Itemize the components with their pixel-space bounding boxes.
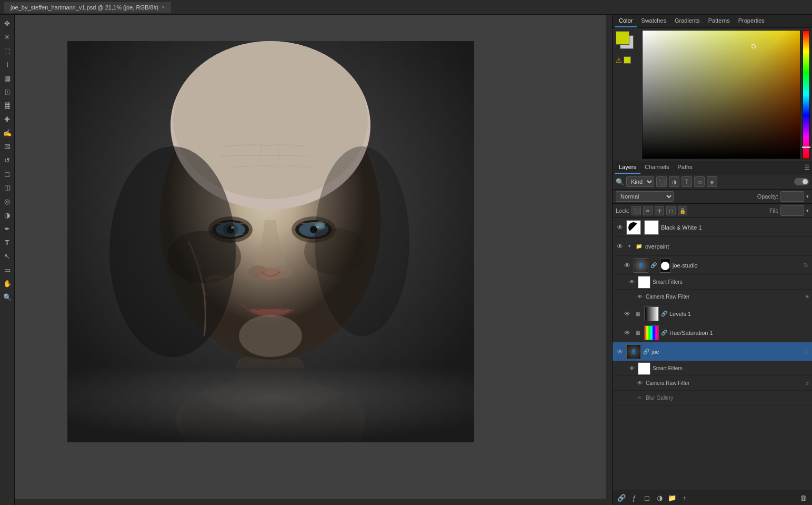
close-tab-button[interactable]: × [162,4,165,10]
layer-levels1[interactable]: 👁 ▦ 🔗 Levels 1 [613,304,812,323]
sublayer-sf1-visibility[interactable]: 👁 [628,279,636,286]
sublayer-cr1-visibility[interactable]: 👁 [636,293,644,301]
marquee-tool[interactable]: ⬚ [1,44,14,57]
tab-layers[interactable]: Layers [615,161,640,174]
opacity-input[interactable]: 100% [780,191,804,202]
layer-overpaint-collapse[interactable]: ▾ [626,243,633,250]
crop-tool[interactable]: ⍐ [1,85,14,98]
sublayer-cr1-settings[interactable]: ≡ [806,294,809,300]
layer-joe-chain: 🔗 [643,349,649,354]
color-panel-tabs: Color Swatches Gradients Patterns Proper… [613,15,812,28]
clone-tool[interactable]: ⚄ [1,140,14,153]
layer-levels1-visibility[interactable]: 👁 [623,310,631,318]
lock-all-btn[interactable]: 🔒 [678,206,687,215]
shape-tool[interactable]: ▭ [1,263,14,276]
eyedropper-tool[interactable]: 🛤 [1,99,14,112]
lasso-tool[interactable]: ⌇ [1,58,14,71]
filter-pixel-btn[interactable]: ⬛ [656,176,667,187]
layer-overpaint[interactable]: 👁 ▾ 📁 overpaint [613,237,812,256]
layer-joe-thumb: 👤 [626,344,641,359]
svg-point-25 [109,146,236,357]
layers-list[interactable]: 👁 Black & White 1 👁 ▾ 📁 overpaint � [613,218,812,490]
tab-properties[interactable]: Properties [734,15,769,27]
color-warnings: ⚠ [616,56,631,64]
filter-type-btn[interactable]: T [681,176,692,187]
fg-color-swatch[interactable] [616,31,629,45]
sublayer-bg-visibility[interactable]: 👁 [636,394,644,402]
gradient-tool[interactable]: ◫ [1,181,14,194]
fill-input[interactable]: 100% [780,205,804,216]
sublayer-cr2-visibility[interactable]: 👁 [636,380,644,387]
lock-pixels-btn[interactable]: ✏ [643,206,653,215]
tab-paths[interactable]: Paths [674,161,697,174]
add-link-btn[interactable]: 🔗 [616,492,627,503]
fg-bg-swatches[interactable] [616,31,639,54]
hue-slider[interactable] [803,30,810,159]
tab-gradients[interactable]: Gradients [670,15,704,27]
layer-joe-studio[interactable]: 👁 👤 🔗 joe-studio ↻ [613,256,812,275]
layer-bw1-thumb [626,220,641,235]
type-tool[interactable]: T [1,236,14,249]
blur-tool[interactable]: ◎ [1,195,14,207]
web-color-swatch[interactable] [624,56,631,64]
brush-tool[interactable]: ✍ [1,126,14,139]
canvas-area[interactable] [15,15,612,505]
tab-patterns[interactable]: Patterns [704,15,734,27]
sublayer-sf2-visibility[interactable]: 👁 [628,365,636,372]
lock-transparent-btn[interactable]: ⬛ [631,206,641,215]
layer-huesat1-visibility[interactable]: 👁 [623,329,631,337]
new-fill-btn[interactable]: ◑ [654,492,665,503]
healing-tool[interactable]: ✚ [1,113,14,125]
color-spectrum-picker[interactable] [642,30,800,159]
pen-tool[interactable]: ✒ [1,222,14,235]
blend-mode-select[interactable]: Normal [616,191,674,202]
layer-joe-visibility[interactable]: 👁 [616,348,624,356]
layers-panel-menu-icon[interactable]: ☰ [804,164,810,171]
tab-swatches[interactable]: Swatches [637,15,670,27]
filter-toggle[interactable] [794,178,809,185]
layer-bw1-mask [644,220,659,235]
opacity-arrow[interactable]: ▾ [806,194,809,199]
move-tool[interactable]: ✥ [1,17,14,29]
hand-tool[interactable]: ✋ [1,277,14,290]
tab-color[interactable]: Color [615,15,637,27]
filter-shape-btn[interactable]: ▭ [694,176,705,187]
layer-huesat1[interactable]: 👁 ▦ 🔗 Hue/Saturation 1 [613,323,812,342]
sublayer-smart-filters-2[interactable]: 👁 Smart Filters [613,361,812,376]
document-tab[interactable]: joe_by_steffen_hartmann_v1.psd @ 21,1% (… [4,2,171,13]
layer-filter-kind-select[interactable]: Kind [626,176,654,187]
lock-position-btn[interactable]: ✛ [655,206,664,215]
lock-artboard-btn[interactable]: ◻ [666,206,676,215]
new-layer-btn[interactable]: + [679,492,690,503]
lock-bar: Lock: ⬛ ✏ ✛ ◻ 🔒 Fill: 100% ▾ [613,204,812,218]
artboard-tool[interactable]: ✳ [1,31,14,43]
layer-joe[interactable]: 👁 👤 🔗 joe ↻ [613,342,812,361]
layer-bw1-visibility[interactable]: 👁 [616,223,624,232]
layer-levels1-chain: 🔗 [661,311,667,316]
dodge-tool[interactable]: ◑ [1,209,14,221]
sublayer-cr2-settings[interactable]: ≡ [806,380,809,386]
add-style-btn[interactable]: ƒ [628,492,640,503]
zoom-tool[interactable]: 🔍 [1,291,14,303]
delete-layer-btn[interactable]: 🗑 [797,492,809,503]
horizontal-scrollbar[interactable] [15,499,606,505]
filter-adjustment-btn[interactable]: ◑ [669,176,679,187]
add-mask-btn[interactable]: ◻ [641,492,653,503]
vertical-scrollbar[interactable] [606,15,612,505]
layer-joe-studio-visibility[interactable]: 👁 [623,261,631,270]
sublayer-camera-raw-1[interactable]: 👁 Camera Raw Filter ≡ [613,290,812,304]
eraser-tool[interactable]: ◻ [1,167,14,180]
layer-bw1[interactable]: 👁 Black & White 1 [613,218,812,237]
fill-arrow[interactable]: ▾ [806,208,809,213]
new-group-btn[interactable]: 📁 [666,492,678,503]
filter-smart-btn[interactable]: ◈ [707,176,717,187]
sublayer-camera-raw-2[interactable]: 👁 Camera Raw Filter ≡ [613,376,812,391]
sublayer-blur-gallery[interactable]: 👁 Blur Gallery [613,391,812,405]
path-select-tool[interactable]: ↖ [1,250,14,262]
layer-overpaint-visibility[interactable]: 👁 [616,242,624,251]
history-tool[interactable]: ↺ [1,154,14,166]
tab-channels[interactable]: Channels [640,161,673,174]
sublayer-smart-filters-1[interactable]: 👁 Smart Filters [613,275,812,290]
object-select-tool[interactable]: ▦ [1,72,14,84]
svg-point-21 [259,268,282,280]
